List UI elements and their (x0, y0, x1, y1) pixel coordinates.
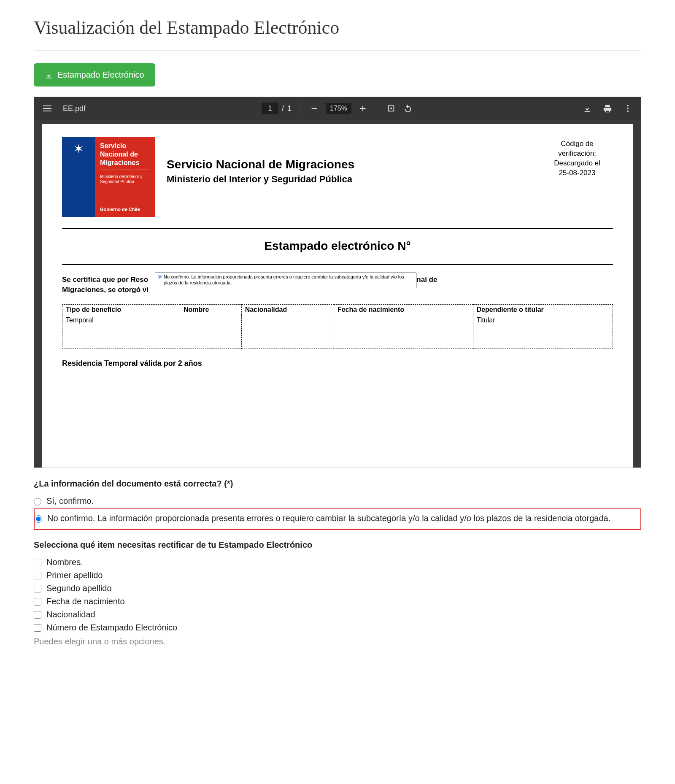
download-icon (45, 71, 53, 79)
download-button-label: Estampado Electrónico (57, 70, 144, 80)
doc-org: Servicio Nacional de Migraciones (167, 158, 529, 171)
pdf-viewer: EE.pdf / 1 175% (34, 97, 641, 468)
page-number-input[interactable] (262, 103, 278, 114)
rotate-icon[interactable] (402, 103, 413, 114)
doc-subtitle: Estampado electrónico N° (62, 239, 613, 253)
certification-text: Se certifica que por Reso lacional de Mi… (62, 274, 613, 295)
download-estampado-button[interactable]: Estampado Electrónico (34, 63, 155, 87)
page-title: Visualización del Estampado Electrónico (34, 17, 641, 38)
toolbar-divider (300, 103, 300, 114)
svg-point-2 (627, 111, 629, 112)
pdf-toolbar: EE.pdf / 1 175% (34, 97, 641, 120)
check-primer-apellido[interactable]: Primer apellido (34, 569, 641, 582)
zoom-out-button[interactable] (309, 103, 320, 114)
pdf-canvas: ✶ Servicio Nacional de Migraciones Minis… (34, 120, 641, 468)
print-icon[interactable] (602, 103, 613, 114)
check-fecha-nacimiento[interactable]: Fecha de nacimiento (34, 595, 641, 608)
horizontal-rule (62, 228, 613, 229)
radio-no-input[interactable] (35, 515, 42, 523)
radio-yes-label: Sí, confirmo. (46, 496, 94, 506)
toolbar-divider (377, 103, 377, 114)
divider (34, 50, 641, 51)
radio-yes-input[interactable] (34, 498, 41, 506)
download-icon[interactable] (582, 103, 593, 114)
selected-option-highlight: No confirmo. La información proporcionad… (34, 508, 641, 530)
gov-logo: ✶ Servicio Nacional de Migraciones Minis… (62, 137, 155, 217)
question-1-label: ¿La información del documento está corre… (34, 479, 641, 489)
check-nombres[interactable]: Nombres. (34, 556, 641, 569)
radio-no-label: No confirmo. La información proporcionad… (47, 514, 610, 523)
radio-option-yes[interactable]: Sí, confirmo. (34, 495, 641, 508)
radio-option-no[interactable]: No confirmo. La información proporcionad… (35, 512, 637, 525)
fit-page-icon[interactable] (386, 103, 397, 114)
page-total: 1 (287, 104, 292, 113)
menu-icon[interactable] (42, 103, 53, 114)
checkbox-list: Nombres. Primer apellido Segundo apellid… (34, 556, 641, 634)
pdf-filename: EE.pdf (63, 104, 86, 113)
validity-text: Residencia Temporal válida por 2 años (62, 359, 613, 368)
check-nacionalidad[interactable]: Nacionalidad (34, 608, 641, 621)
pdf-page: ✶ Servicio Nacional de Migraciones Minis… (42, 124, 633, 468)
tooltip-overlay: No confirmo. La información proporcionad… (155, 273, 416, 288)
verification-block: Código de verificación: Descargado el 25… (541, 139, 613, 178)
benefits-table: Tipo de beneficio Nombre Nacionalidad Fe… (62, 304, 613, 349)
zoom-level: 175% (326, 103, 351, 114)
form-hint: Puedes elegir una o más opciones. (34, 637, 641, 646)
doc-ministry: Ministerio del Interior y Seguridad Públ… (167, 174, 529, 185)
svg-point-0 (627, 105, 629, 107)
horizontal-rule (62, 264, 613, 265)
svg-point-1 (627, 108, 629, 109)
question-2-label: Selecciona qué item necesitas rectificar… (34, 540, 641, 550)
zoom-in-button[interactable] (357, 103, 368, 114)
check-numero-estampado[interactable]: Número de Estampado Electrónico (34, 621, 641, 634)
check-segundo-apellido[interactable]: Segundo apellido (34, 582, 641, 595)
more-icon[interactable] (622, 103, 633, 114)
page-separator: / (282, 104, 284, 113)
